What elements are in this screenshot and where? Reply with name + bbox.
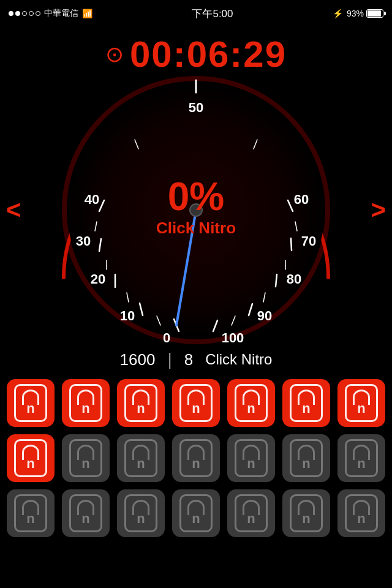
svg-text:10: 10: [120, 308, 135, 323]
nitro-letter: n: [192, 456, 200, 472]
nitro-inner-icon: n: [179, 439, 213, 477]
status-bar: 中華電信 📶 下午5:00 ⚡ 93%: [0, 0, 392, 27]
nitro-btn-2-5[interactable]: n: [282, 489, 330, 537]
nitro-btn-0-2[interactable]: n: [117, 379, 165, 427]
nitro-letter: n: [302, 456, 310, 472]
signal-dot-1: [9, 11, 13, 16]
nitro-btn-2-4[interactable]: n: [227, 489, 275, 537]
svg-text:60: 60: [294, 192, 309, 207]
nitro-inner-icon: n: [345, 384, 378, 422]
stats-divider: |: [167, 350, 172, 369]
nitro-btn-1-5[interactable]: n: [282, 434, 330, 482]
speed-value: 0: [168, 175, 190, 219]
nitro-inner-icon: n: [124, 384, 157, 422]
carrier-label: 中華電信: [44, 8, 78, 19]
nitro-btn-1-2[interactable]: n: [117, 434, 165, 482]
nitro-inner-icon: n: [69, 384, 102, 422]
svg-text:20: 20: [91, 271, 105, 287]
nitro-btn-2-1[interactable]: n: [62, 489, 110, 537]
stats-row: 1600 | 8 Click Nitro: [0, 345, 392, 379]
nitro-inner-icon: n: [290, 384, 323, 422]
nitro-btn-0-3[interactable]: n: [172, 379, 220, 427]
nitro-inner-icon: n: [14, 494, 47, 532]
nitro-inner-icon: n: [235, 494, 268, 532]
signal-dot-5: [36, 11, 40, 16]
nitro-inner-icon: n: [14, 439, 47, 477]
nitro-letter: n: [247, 401, 255, 417]
nitro-inner-icon: n: [179, 384, 213, 422]
nav-right-arrow[interactable]: >: [371, 195, 386, 225]
signal-dot-4: [29, 11, 34, 16]
nitro-btn-0-6[interactable]: n: [337, 379, 385, 427]
nitro-letter: n: [26, 456, 34, 472]
timer-display: ⊙ 00:06:29: [0, 33, 392, 75]
nitro-letter: n: [302, 401, 310, 417]
status-left: 中華電信 📶: [9, 8, 92, 19]
stats-click-nitro[interactable]: Click Nitro: [205, 351, 272, 368]
speedometer-container[interactable]: < > 0 10: [24, 75, 368, 345]
nitro-btn-2-2[interactable]: n: [117, 489, 165, 537]
nitro-letter: n: [81, 456, 89, 472]
nitro-row-0: nnnnnnn: [10, 379, 382, 427]
nitro-inner-icon: n: [290, 439, 323, 477]
battery-icon: [366, 9, 383, 18]
nitro-letter: n: [302, 511, 310, 527]
nitro-btn-1-4[interactable]: n: [227, 434, 275, 482]
nitro-letter: n: [247, 511, 255, 527]
nitro-letter: n: [357, 511, 365, 527]
stats-value2: 8: [184, 350, 193, 369]
nitro-inner-icon: n: [14, 384, 47, 422]
nitro-inner-icon: n: [124, 494, 157, 532]
timer-icon: ⊙: [105, 42, 124, 67]
nitro-letter: n: [81, 511, 89, 527]
nitro-letter: n: [192, 401, 200, 417]
nav-left-arrow[interactable]: <: [6, 195, 21, 225]
speed-label[interactable]: Click Nitro: [156, 219, 236, 238]
bluetooth-icon: ⚡: [333, 9, 343, 18]
nitro-btn-2-3[interactable]: n: [172, 489, 220, 537]
nitro-letter: n: [357, 401, 365, 417]
nitro-inner-icon: n: [235, 439, 268, 477]
nitro-btn-1-6[interactable]: n: [337, 434, 385, 482]
svg-text:50: 50: [189, 100, 203, 115]
nitro-btn-0-4[interactable]: n: [227, 379, 275, 427]
nitro-btn-0-5[interactable]: n: [282, 379, 330, 427]
nitro-inner-icon: n: [345, 439, 378, 477]
battery-percent: 93%: [347, 9, 364, 18]
nitro-btn-1-0[interactable]: n: [7, 434, 55, 482]
signal-dots: [9, 11, 40, 16]
nitro-letter: n: [137, 456, 145, 472]
svg-text:70: 70: [301, 233, 316, 249]
timer-value: 00:06:29: [130, 33, 287, 75]
nitro-inner-icon: n: [235, 384, 268, 422]
nitro-inner-icon: n: [69, 494, 102, 532]
signal-dot-2: [15, 11, 20, 16]
svg-text:0: 0: [163, 330, 170, 345]
battery-fill: [368, 10, 381, 17]
nitro-letter: n: [26, 401, 34, 417]
nitro-btn-0-1[interactable]: n: [62, 379, 110, 427]
nitro-letter: n: [192, 511, 200, 527]
nitro-btn-1-3[interactable]: n: [172, 434, 220, 482]
nitro-grid: nnnnnnnnnnnnnnnnnnnnn: [0, 379, 392, 537]
speed-center-text[interactable]: 0% Click Nitro: [156, 177, 236, 238]
nitro-letter: n: [247, 456, 255, 472]
nitro-inner-icon: n: [290, 494, 323, 532]
nitro-btn-0-0[interactable]: n: [7, 379, 55, 427]
nitro-inner-icon: n: [179, 494, 213, 532]
time-display: 下午5:00: [192, 7, 233, 21]
timer-section: ⊙ 00:06:29: [0, 27, 392, 75]
nitro-inner-icon: n: [345, 494, 378, 532]
stats-value1: 1600: [120, 350, 156, 369]
svg-text:90: 90: [257, 308, 272, 323]
nitro-btn-2-0[interactable]: n: [7, 489, 55, 537]
nitro-inner-icon: n: [69, 439, 102, 477]
svg-text:100: 100: [222, 330, 244, 345]
nitro-letter: n: [81, 401, 89, 417]
nitro-row-1: nnnnnnn: [10, 434, 382, 482]
speed-unit: %: [189, 175, 224, 219]
nitro-btn-2-6[interactable]: n: [337, 489, 385, 537]
signal-dot-3: [22, 11, 27, 16]
nitro-btn-1-1[interactable]: n: [62, 434, 110, 482]
speed-percent: 0%: [156, 177, 236, 216]
